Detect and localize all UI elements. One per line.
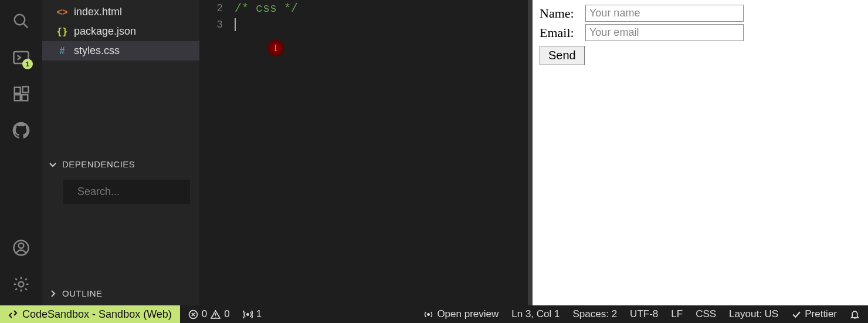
outline-label: OUTLINE xyxy=(62,288,103,298)
bell-icon xyxy=(850,309,860,319)
browser-preview: Name: Email: Send xyxy=(533,0,868,305)
code-content xyxy=(235,18,533,32)
remote-icon xyxy=(8,309,18,319)
editor-scrollbar[interactable] xyxy=(528,0,533,305)
svg-rect-6 xyxy=(23,87,29,93)
file-label: index.html xyxy=(74,6,122,18)
svg-rect-3 xyxy=(15,88,21,93)
name-label: Name: xyxy=(540,6,581,21)
encoding[interactable]: UTF-8 xyxy=(630,308,658,320)
click-indicator: I xyxy=(267,40,284,56)
error-icon xyxy=(188,309,198,319)
remote-indicator[interactable]: CodeSandbox - Sandbox (Web) xyxy=(0,305,180,323)
dependencies-label: DEPENDENCIES xyxy=(62,159,135,169)
svg-point-19 xyxy=(428,313,429,315)
email-label: Email: xyxy=(540,25,581,41)
file-item[interactable]: #styles.css xyxy=(42,41,199,60)
line-number: 3 xyxy=(199,19,235,31)
indentation[interactable]: Spaces: 2 xyxy=(573,308,618,320)
editor-line[interactable]: 2/* css */ xyxy=(199,0,533,16)
open-preview-button[interactable]: Open preview xyxy=(423,308,499,320)
email-field[interactable] xyxy=(585,24,744,41)
editor-lines: 2/* css */3 xyxy=(199,0,533,33)
file-item[interactable]: <>index.html xyxy=(42,2,199,22)
problems-indicator[interactable]: 0 0 xyxy=(188,308,230,320)
terminal-badge: 1 xyxy=(22,59,33,69)
outline-section[interactable]: OUTLINE xyxy=(42,284,199,303)
ports-indicator[interactable]: 1 xyxy=(243,308,262,320)
dependency-search-input[interactable] xyxy=(77,186,213,198)
file-item[interactable]: {}package.json xyxy=(42,22,199,41)
prettier-status[interactable]: Prettier xyxy=(791,308,837,320)
file-type-icon: {} xyxy=(56,26,68,37)
name-field[interactable] xyxy=(585,5,744,22)
send-button[interactable]: Send xyxy=(540,46,585,65)
text-cursor xyxy=(235,18,236,31)
broadcast-icon xyxy=(243,309,253,319)
chevron-right-icon xyxy=(48,289,57,298)
broadcast-icon xyxy=(423,309,433,319)
language-mode[interactable]: CSS xyxy=(696,308,716,320)
svg-point-9 xyxy=(19,282,24,287)
keyboard-layout[interactable]: Layout: US xyxy=(729,308,778,320)
svg-rect-4 xyxy=(15,95,21,100)
notifications-button[interactable] xyxy=(850,309,860,319)
activity-bar: 1 xyxy=(0,0,42,305)
github-icon[interactable] xyxy=(12,121,30,140)
status-bar: CodeSandbox - Sandbox (Web) 0 0 1 Open p… xyxy=(0,305,868,323)
terminal-panel-icon[interactable]: 1 xyxy=(12,48,30,67)
code-content: /* css */ xyxy=(235,2,533,15)
cursor-position[interactable]: Ln 3, Col 1 xyxy=(511,308,560,320)
file-type-icon: <> xyxy=(56,7,68,18)
editor-line[interactable]: 3 xyxy=(199,16,533,33)
check-icon xyxy=(791,309,801,319)
extensions-icon[interactable] xyxy=(12,85,30,103)
svg-line-1 xyxy=(23,23,28,28)
account-icon[interactable] xyxy=(12,238,30,257)
svg-point-18 xyxy=(247,313,249,315)
file-label: styles.css xyxy=(74,45,120,57)
dependencies-section[interactable]: DEPENDENCIES xyxy=(42,154,199,174)
file-list: <>index.html{}package.json#styles.css xyxy=(42,0,199,60)
chevron-down-icon xyxy=(48,160,57,169)
dependency-search[interactable] xyxy=(63,180,190,204)
svg-point-0 xyxy=(15,15,25,25)
svg-point-8 xyxy=(19,243,24,248)
code-editor[interactable]: 2/* css */3 I xyxy=(199,0,533,305)
sidebar: <>index.html{}package.json#styles.css DE… xyxy=(42,0,199,305)
gear-icon[interactable] xyxy=(12,275,30,294)
eol[interactable]: LF xyxy=(671,308,683,320)
line-number: 2 xyxy=(199,2,235,14)
file-type-icon: # xyxy=(56,46,68,56)
warning-icon xyxy=(211,309,221,319)
search-icon[interactable] xyxy=(12,12,30,31)
svg-rect-5 xyxy=(22,95,28,100)
file-label: package.json xyxy=(74,25,136,38)
